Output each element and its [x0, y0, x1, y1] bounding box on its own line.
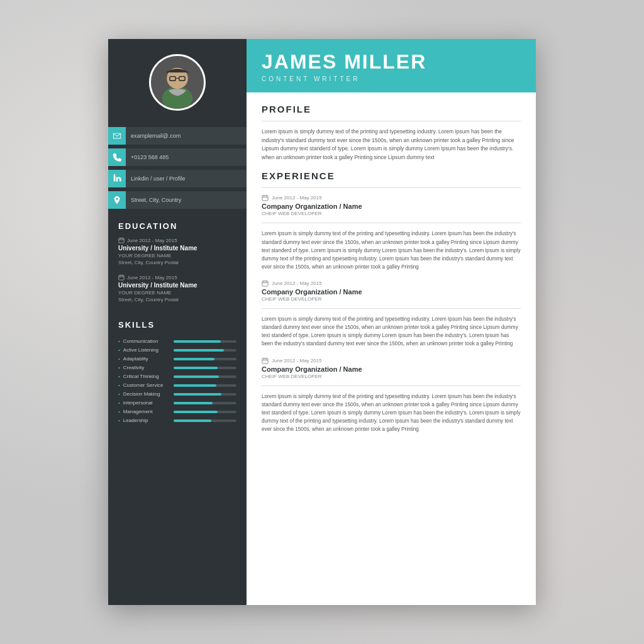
skill-item: • Adaptablity — [118, 356, 236, 362]
skill-bullet: • — [118, 418, 120, 423]
skill-bar-fill — [174, 393, 221, 396]
header-block: JAMES MILLER CONTENT WRITTER — [247, 39, 536, 92]
edu-degree-2: YOUR DEGREE NAME — [118, 290, 236, 296]
skill-bar-bg — [174, 349, 236, 352]
edu-degree-1: YOUR DEGREE NAME — [118, 253, 236, 258]
contact-email: examplemail@.com — [108, 127, 247, 145]
experience-heading: EXPERIENCE — [262, 170, 521, 181]
skill-item: • Management — [118, 409, 236, 414]
skill-bullet: • — [118, 409, 120, 414]
skill-item: • Communication — [118, 338, 236, 344]
skill-label: Active Listening — [123, 347, 174, 353]
edu-location-2: Street, City, Country Postal — [118, 297, 236, 303]
photo-area — [108, 39, 247, 122]
experience-divider — [262, 187, 521, 188]
svg-rect-14 — [262, 196, 268, 201]
profile-text: Lorem Ipsum is simply dummy text of the … — [262, 128, 521, 162]
phone-value: +0123 568 485 — [126, 148, 247, 166]
edu-name-2: University / Institute Name — [118, 282, 236, 289]
skill-bar-fill — [174, 349, 224, 352]
exp-text: Lorem Ipsum is simply dummy text of the … — [262, 230, 521, 271]
experience-list: June 2012 - May 2015 Company Organizatio… — [262, 194, 521, 433]
skill-bar-bg — [174, 419, 236, 422]
skill-bar-fill — [174, 402, 213, 404]
exp-divider — [262, 308, 521, 309]
edu-name-1: University / Institute Name — [118, 245, 236, 252]
resume: examplemail@.com +0123 568 485 Linkdin /… — [108, 39, 536, 605]
skill-label: Management — [123, 409, 174, 414]
education-heading: EDUCATION — [118, 221, 236, 231]
skill-label: Leadership — [123, 418, 174, 423]
edu-date-2: June 2012 - May 2015 — [118, 274, 236, 280]
exp-company: Company Organization / Name — [262, 203, 521, 210]
svg-rect-22 — [262, 358, 268, 363]
skill-bar-bg — [174, 340, 236, 343]
skill-item: • Decision Making — [118, 391, 236, 397]
exp-text: Lorem Ipsum is simply dummy text of the … — [262, 315, 521, 348]
contact-address: Street, City, Country — [108, 191, 247, 209]
svg-rect-18 — [262, 281, 268, 286]
skill-bar-fill — [174, 358, 214, 360]
edu-item-1: June 2012 - May 2015 University / Instit… — [118, 237, 236, 265]
linkedin-value: Linkdin / user / Profile — [126, 170, 247, 187]
exp-date: June 2012 - May 2015 — [262, 194, 521, 201]
skill-bar-fill — [174, 411, 218, 413]
skill-label: Communication — [123, 338, 174, 344]
skill-bar-bg — [174, 411, 236, 413]
skill-item: • Critical Thinking — [118, 374, 236, 379]
skill-label: Adaptablity — [123, 356, 174, 362]
education-section: EDUCATION June 2012 - May 2015 Universit… — [108, 213, 247, 311]
skill-bar-fill — [174, 419, 211, 422]
exp-text: Lorem Ipsum is simply dummy text of the … — [262, 392, 521, 434]
exp-role: CHEIF WEB DEVELOPER — [262, 374, 521, 379]
contact-phone: +0123 568 485 — [108, 148, 247, 166]
person-title: CONTENT WRITTER — [262, 75, 521, 82]
svg-rect-6 — [119, 238, 124, 243]
exp-role: CHEIF WEB DEVELOPER — [262, 296, 521, 302]
email-value: examplemail@.com — [126, 127, 247, 145]
skill-bullet: • — [118, 338, 120, 344]
skill-bullet: • — [118, 400, 120, 406]
skill-bullet: • — [118, 382, 120, 388]
avatar — [149, 54, 206, 111]
exp-company: Company Organization / Name — [262, 365, 521, 373]
skill-bar-bg — [174, 367, 236, 369]
sidebar: examplemail@.com +0123 568 485 Linkdin /… — [108, 39, 247, 605]
skills-section: SKILLS — [108, 311, 247, 336]
skill-item: • Creativity — [118, 365, 236, 370]
skills-list: • Communication • Active Listening • Ada… — [108, 338, 247, 426]
exp-divider — [262, 223, 521, 223]
contact-linkedin: Linkdin / user / Profile — [108, 170, 247, 187]
skill-item: • Interpersonal — [118, 400, 236, 406]
main-body: PROFILE Lorem Ipsum is simply dummy text… — [247, 92, 536, 453]
skills-heading: SKILLS — [118, 320, 236, 330]
exp-date: June 2012 - May 2015 — [262, 280, 521, 287]
profile-heading: PROFILE — [262, 104, 521, 114]
exp-divider — [262, 386, 521, 386]
skill-bullet: • — [118, 347, 120, 353]
edu-item-2: June 2012 - May 2015 University / Instit… — [118, 274, 236, 303]
email-icon — [108, 127, 126, 145]
exp-company: Company Organization / Name — [262, 288, 521, 296]
phone-icon — [108, 148, 126, 166]
profile-divider — [262, 121, 521, 121]
experience-item: June 2012 - May 2015 Company Organizatio… — [262, 357, 521, 434]
skill-bar-fill — [174, 340, 221, 343]
location-icon — [108, 191, 126, 209]
skill-label: Critical Thinking — [123, 374, 174, 379]
experience-item: June 2012 - May 2015 Company Organizatio… — [262, 280, 521, 348]
linkedin-icon — [108, 170, 126, 187]
skill-bar-fill — [174, 367, 218, 369]
skill-bar-bg — [174, 402, 236, 404]
skill-bar-bg — [174, 384, 236, 387]
skill-bar-bg — [174, 375, 236, 378]
contact-list: examplemail@.com +0123 568 485 Linkdin /… — [108, 127, 247, 213]
skill-bullet: • — [118, 374, 120, 379]
skill-item: • Customer Service — [118, 382, 236, 388]
exp-role: CHEIF WEB DEVELOPER — [262, 211, 521, 216]
skill-bullet: • — [118, 365, 120, 370]
address-value: Street, City, Country — [126, 191, 247, 209]
person-name: JAMES MILLER — [262, 50, 521, 74]
skill-bullet: • — [118, 391, 120, 397]
skill-bar-bg — [174, 393, 236, 396]
